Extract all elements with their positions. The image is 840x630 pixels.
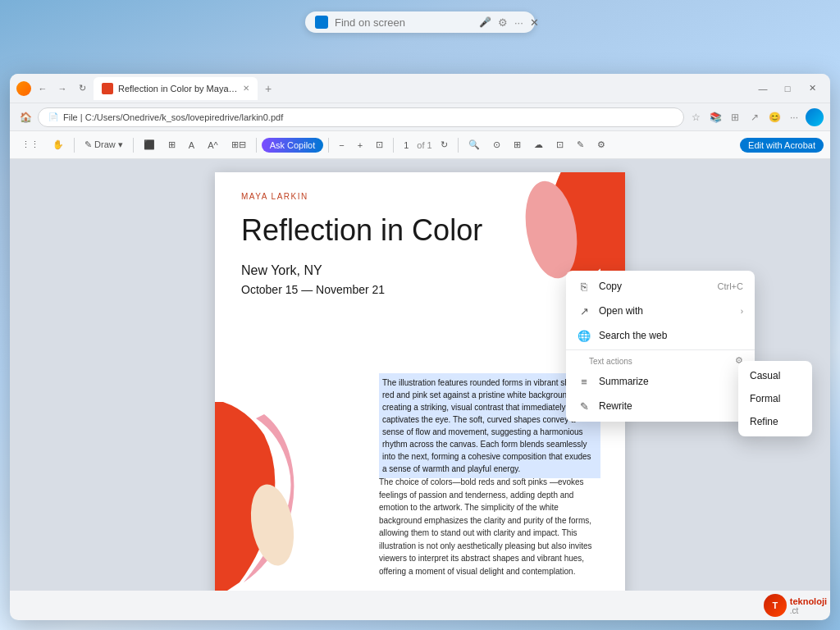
toolbar-sep-1	[74, 138, 75, 153]
find-close-button[interactable]: ✕	[530, 16, 539, 29]
collections-icon[interactable]: ⊞	[727, 109, 743, 126]
tab-close-button[interactable]: ✕	[243, 84, 249, 93]
pdf-toolbar: ⋮⋮ ✋ ✎ Draw ▾ ⬛ ⊞ A A^ ⊞⊟ Ask Copilot − …	[10, 131, 830, 159]
refresh-button[interactable]: ↻	[74, 80, 90, 97]
favorites-list-icon[interactable]: 📚	[707, 109, 724, 126]
zoom-in-btn[interactable]: +	[353, 138, 368, 153]
address-text: File | C:/Users/Onedrive/k_sos/lovepired…	[63, 112, 673, 122]
watermark-badge: T teknoloji .ct	[764, 594, 827, 617]
edit-with-acrobat-button[interactable]: Edit with Acrobat	[740, 138, 824, 153]
text-actions-label: Text actions	[578, 354, 644, 368]
favorites-icon[interactable]: ☆	[687, 109, 704, 126]
tab-bar: Reflection in Color by Maya Lar... ✕ +	[94, 77, 748, 100]
pdf-text-area: MAYA LARKIN Reflection in Color New York…	[215, 172, 625, 332]
more-toolbar-btn[interactable]: ⊙	[488, 137, 505, 153]
toolbar-text-btn[interactable]: A	[184, 138, 199, 153]
open-with-label: Open with	[599, 305, 733, 317]
rewrite-casual[interactable]: Casual	[738, 364, 812, 387]
summarize-label: Summarize	[599, 376, 743, 387]
search-pdf-btn[interactable]: 🔍	[463, 137, 485, 153]
toolbar-sep-6	[458, 138, 459, 153]
search-web-icon: 🌐	[578, 329, 591, 342]
context-rewrite[interactable]: ✎ Rewrite ›	[566, 394, 755, 418]
address-bar[interactable]: 📄 File | C:/Users/Onedrive/k_sos/lovepir…	[38, 107, 684, 127]
find-bar: 🎤 ⚙ ··· ✕	[305, 11, 535, 33]
browser-titlebar: ← → ↻ Reflection in Color by Maya Lar...…	[10, 74, 830, 103]
rewrite-formal[interactable]: Formal	[738, 387, 812, 410]
active-tab[interactable]: Reflection in Color by Maya Lar... ✕	[94, 77, 258, 100]
teknoloji-icon: T	[764, 594, 787, 617]
fit-page-btn[interactable]: ⊡	[371, 137, 388, 153]
toolbar-select-btn[interactable]: ⋮⋮	[16, 137, 44, 153]
pdf-body-text: The choice of colors—bold reds and soft …	[379, 476, 600, 578]
toolbar-extra5[interactable]: ⚙	[592, 137, 610, 153]
rewrite-label: Rewrite	[599, 400, 733, 412]
minimize-button[interactable]: —	[751, 80, 774, 98]
toolbar-extra3[interactable]: ⊡	[551, 137, 568, 153]
zoom-out-btn[interactable]: −	[334, 138, 349, 153]
window-controls: — □ ✕	[751, 80, 824, 98]
address-bar-row: 🏠 📄 File | C:/Users/Onedrive/k_sos/lovep…	[10, 103, 830, 131]
rewrite-icon: ✎	[578, 399, 591, 413]
copy-icon: ⎘	[578, 280, 591, 293]
context-summarize[interactable]: ≡ Summarize	[566, 369, 755, 394]
toolbar-table-btn[interactable]: ⊞	[163, 137, 180, 153]
teknoloji-text: teknoloji .ct	[790, 596, 827, 615]
copy-shortcut: Ctrl+C	[718, 281, 743, 291]
mic-icon[interactable]: 🎤	[479, 16, 491, 28]
back-button[interactable]: ←	[34, 80, 51, 97]
rewrite-refine[interactable]: Refine	[738, 410, 812, 433]
open-with-arrow: ›	[741, 307, 743, 316]
toolbar-extra4[interactable]: ✎	[572, 137, 589, 153]
toolbar-text-size-btn[interactable]: A^	[203, 138, 223, 153]
context-search-web[interactable]: 🌐 Search the web	[566, 323, 755, 348]
settings-icon[interactable]: ⚙	[498, 16, 508, 29]
page-total-label: of 1	[417, 140, 431, 150]
copy-label: Copy	[599, 281, 710, 292]
file-icon: 📄	[48, 112, 58, 121]
user-avatar[interactable]	[16, 81, 31, 96]
toolbar-highlight-btn[interactable]: ⬛	[139, 137, 160, 153]
open-with-icon: ↗	[578, 304, 591, 317]
tab-title: Reflection in Color by Maya Lar...	[118, 84, 238, 94]
toolbar-sep-5	[393, 138, 394, 153]
brand-domain: .ct	[790, 606, 827, 615]
toolbar-extra1[interactable]: ⊞	[509, 137, 526, 153]
toolbar-sep-3	[256, 138, 257, 153]
toolbar-dict-btn[interactable]: ⊞⊟	[226, 137, 251, 153]
context-copy[interactable]: ⎘ Copy Ctrl+C	[566, 274, 755, 299]
context-menu: ⎘ Copy Ctrl+C ↗ Open with › 🌐 Search the…	[566, 271, 755, 422]
browser-menu-icon[interactable]: ···	[786, 109, 802, 126]
brand-name: teknoloji	[790, 596, 827, 606]
toolbar-draw-btn[interactable]: ✎ Draw ▾	[80, 137, 128, 153]
forward-button[interactable]: →	[54, 80, 71, 97]
context-divider-1	[566, 349, 755, 350]
toolbar-sep-4	[328, 138, 329, 153]
feedback-icon[interactable]: 😊	[766, 109, 783, 126]
tab-favicon	[102, 83, 113, 94]
rotate-pdf-btn[interactable]: ↻	[436, 137, 453, 153]
edge-copilot-icon[interactable]	[806, 108, 824, 126]
context-open-with[interactable]: ↗ Open with ›	[566, 299, 755, 323]
pdf-page: MAYA LARKIN Reflection in Color New York…	[215, 172, 625, 591]
pdf-title: Reflection in Color	[241, 214, 599, 247]
pdf-location: New York, NY	[241, 263, 599, 278]
close-button[interactable]: ✕	[801, 80, 824, 98]
art-svg-bl	[215, 402, 379, 591]
share-icon[interactable]: ↗	[746, 109, 763, 126]
maximize-button[interactable]: □	[776, 80, 799, 98]
toolbar-sep-2	[133, 138, 134, 153]
find-input[interactable]	[335, 16, 472, 29]
home-button[interactable]: 🏠	[16, 108, 34, 126]
rewrite-submenu: Casual Formal Refine	[738, 361, 812, 436]
edge-find-icon	[315, 16, 328, 29]
more-options-icon[interactable]: ···	[514, 16, 523, 29]
search-web-label: Search the web	[599, 330, 743, 341]
pdf-dates: October 15 — November 21	[241, 283, 599, 296]
new-tab-button[interactable]: +	[259, 80, 277, 98]
toolbar-hand-btn[interactable]: ✋	[48, 137, 69, 153]
ask-copilot-button[interactable]: Ask Copilot	[262, 138, 324, 153]
toolbar-extra2[interactable]: ☁	[529, 137, 548, 153]
page-number-input[interactable]: 1	[399, 138, 413, 153]
artwork-bottom-left	[215, 402, 379, 591]
